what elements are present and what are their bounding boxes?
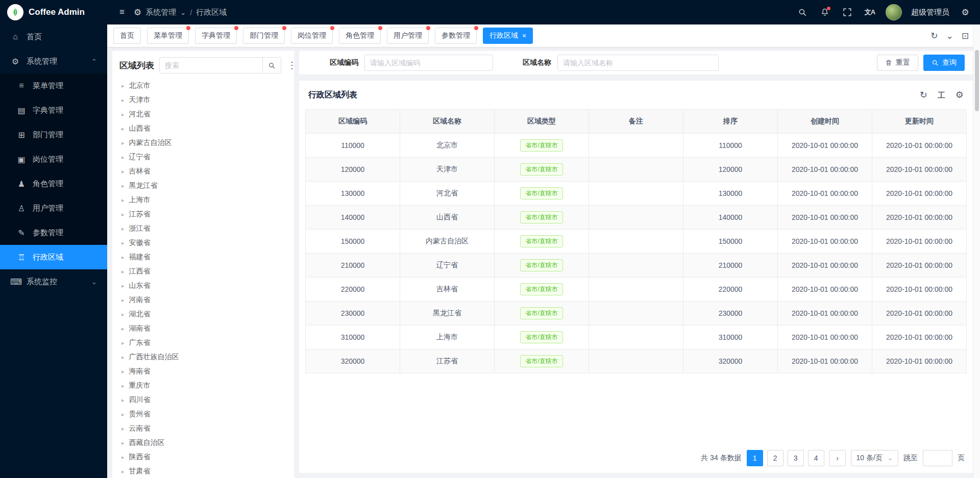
page-button-4[interactable]: 4 [808,450,824,466]
bell-icon[interactable] [818,6,831,19]
sidebar-item-role[interactable]: ♟角色管理 [0,171,107,196]
caret-right-icon[interactable]: ▸ [121,340,125,346]
caret-right-icon[interactable]: ▸ [121,97,125,104]
tree-node[interactable]: ▸江苏省 [119,207,288,221]
sidebar-item-post[interactable]: ▣岗位管理 [0,147,107,171]
column-settings-icon[interactable]: ⚙ [955,90,964,99]
tree-node[interactable]: ▸四川省 [119,393,288,407]
caret-right-icon[interactable]: ▸ [121,168,125,175]
caret-right-icon[interactable]: ▸ [121,411,125,418]
tree-node[interactable]: ▸广西壮族自治区 [119,350,288,364]
caret-right-icon[interactable]: ▸ [121,383,125,389]
tree-node[interactable]: ▸上海市 [119,193,288,207]
tree-node[interactable]: ▸山西省 [119,121,288,136]
caret-right-icon[interactable]: ▸ [121,283,125,289]
tree-node[interactable]: ▸安徽省 [119,236,288,250]
close-icon[interactable]: × [522,32,526,39]
tab-dept[interactable]: 部门管理 [243,28,285,44]
page-button-1[interactable]: 1 [747,450,763,466]
breadcrumb-root[interactable]: 系统管理 [145,8,176,17]
caret-right-icon[interactable]: ▸ [121,325,125,332]
caret-right-icon[interactable]: ▸ [121,140,125,146]
region-code-input[interactable] [364,55,493,71]
region-name-input[interactable] [557,55,719,71]
tree-node[interactable]: ▸西藏自治区 [119,436,288,450]
settings-gear-icon[interactable]: ⚙ [959,6,972,19]
tree-node[interactable]: ▸黑龙江省 [119,179,288,193]
caret-right-icon[interactable]: ▸ [121,197,125,204]
tab-home[interactable]: 首页 [113,28,141,44]
caret-right-icon[interactable]: ▸ [121,397,125,404]
tree-node[interactable]: ▸山东省 [119,279,288,293]
caret-right-icon[interactable]: ▸ [121,440,125,446]
sidebar-item-menu[interactable]: ≡菜单管理 [0,73,107,98]
tab-role[interactable]: 角色管理 [339,28,381,44]
caret-right-icon[interactable]: ▸ [121,125,125,132]
tree-node[interactable]: ▸内蒙古自治区 [119,136,288,150]
caret-right-icon[interactable]: ▸ [121,211,125,218]
caret-right-icon[interactable]: ▸ [121,268,125,275]
caret-right-icon[interactable]: ▸ [121,240,125,246]
tree-search-button[interactable] [263,57,281,73]
tab-user[interactable]: 用户管理 [387,28,429,44]
page-button-3[interactable]: 3 [788,450,804,466]
user-name[interactable]: 超级管理员 [911,8,949,17]
tree-node[interactable]: ▸海南省 [119,364,288,379]
tree-node[interactable]: ▸湖北省 [119,307,288,321]
tree-node[interactable]: ▸广东省 [119,336,288,350]
more-dots-icon[interactable]: ⋮ [286,60,294,71]
tab-menu[interactable]: 菜单管理 [147,28,189,44]
caret-right-icon[interactable]: ▸ [121,368,125,375]
next-page-button[interactable]: › [829,450,846,466]
tree-node[interactable]: ▸湖南省 [119,321,288,336]
avatar[interactable] [886,4,902,20]
page-size-select[interactable]: 10 条/页 ⌄ [851,450,898,466]
caret-right-icon[interactable]: ▸ [121,454,125,461]
caret-right-icon[interactable]: ▸ [121,225,125,232]
refresh-icon[interactable]: ↻ [920,90,927,99]
tree-node[interactable]: ▸北京市 [119,79,288,93]
chevron-down-icon[interactable]: ⌄ [946,31,953,41]
fullscreen-icon[interactable] [841,6,854,19]
sidebar-item-user[interactable]: ♙用户管理 [0,196,107,220]
tab-dict[interactable]: 字典管理 [195,28,237,44]
page-button-2[interactable]: 2 [767,450,783,466]
refresh-icon[interactable]: ↻ [930,31,938,41]
tree-node[interactable]: ▸重庆市 [119,379,288,393]
tree-node[interactable]: ▸陕西省 [119,450,288,464]
tree-node[interactable]: ▸吉林省 [119,164,288,179]
tree-node[interactable]: ▸云南省 [119,421,288,436]
tab-param[interactable]: 参数管理 [435,28,477,44]
query-button[interactable]: 查询 [923,55,965,71]
tree-node[interactable]: ▸河南省 [119,293,288,307]
sidebar-item-region[interactable]: ♖行政区域 [0,245,107,269]
caret-right-icon[interactable]: ▸ [121,311,125,318]
caret-right-icon[interactable]: ▸ [121,154,125,161]
sidebar-item-system[interactable]: ⚙系统管理⌃ [0,49,107,73]
sidebar-item-param[interactable]: ✎参数管理 [0,220,107,245]
caret-right-icon[interactable]: ▸ [121,111,125,118]
scrollbar-thumb[interactable] [975,50,979,111]
translate-icon[interactable]: 文A [863,6,876,19]
caret-right-icon[interactable]: ▸ [121,354,125,361]
tree-search-input[interactable] [159,57,263,73]
tree-node[interactable]: ▸浙江省 [119,221,288,236]
tree-node[interactable]: ▸贵州省 [119,407,288,421]
tree-node[interactable]: ▸天津市 [119,93,288,107]
layout-icon[interactable]: ⊡ [962,31,969,41]
tree-node[interactable]: ▸河北省 [119,107,288,121]
sidebar-item-dict[interactable]: ▤字典管理 [0,98,107,122]
caret-right-icon[interactable]: ▸ [121,83,125,89]
caret-right-icon[interactable]: ▸ [121,254,125,261]
reset-button[interactable]: 重置 [877,55,918,71]
sidebar-item-home[interactable]: ⌂首页 [0,24,107,49]
tree-node[interactable]: ▸辽宁省 [119,150,288,164]
app-logo[interactable]: Coffee Admin [0,0,107,24]
search-icon[interactable] [796,6,809,19]
jump-page-input[interactable] [923,450,952,466]
tree-node[interactable]: ▸江西省 [119,264,288,279]
caret-right-icon[interactable]: ▸ [121,297,125,304]
caret-right-icon[interactable]: ▸ [121,468,125,475]
tree-node[interactable]: ▸福建省 [119,250,288,264]
sidebar-item-monitor[interactable]: ⌨系统监控⌄ [0,269,107,294]
